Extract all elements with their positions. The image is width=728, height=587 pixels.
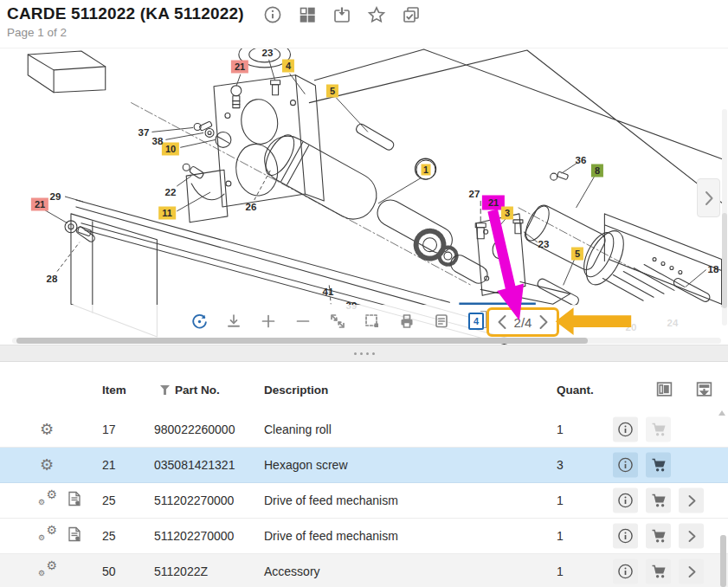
copy-check-button[interactable] (401, 4, 421, 24)
row-info-button[interactable] (613, 524, 638, 549)
table-row[interactable]: ⚙⚙25511202270000Drive of feed mechanism1 (0, 483, 728, 519)
print-button[interactable] (396, 311, 417, 332)
favorite-button[interactable] (366, 4, 386, 24)
add-to-cart-button (646, 417, 671, 442)
notes-icon (433, 313, 450, 330)
apps-grid-icon (298, 5, 317, 24)
add-to-cart-button[interactable] (646, 559, 671, 584)
cell-description: Cleaning roll (264, 423, 332, 436)
info-button[interactable] (262, 4, 282, 24)
add-to-cart-button[interactable] (646, 488, 671, 513)
table-row[interactable]: ⚙⚙505112022ZAccessory1 (0, 554, 728, 587)
page-nav-highlighted: 2/4 (486, 307, 559, 337)
cell-description: Accessory (264, 564, 320, 578)
favorite-star-icon (367, 5, 386, 24)
export-button[interactable] (693, 380, 714, 401)
horizontal-scrollbar-thumb[interactable] (16, 338, 588, 344)
column-part-no[interactable]: Part No. (175, 384, 220, 397)
zoom-in-icon (260, 313, 277, 330)
cell-quant: 1 (557, 493, 564, 507)
row-info-button[interactable] (613, 488, 638, 513)
filter-funnel-icon[interactable] (159, 384, 171, 396)
gear-icon[interactable]: ⚙ (40, 422, 54, 438)
fit-screen-icon (329, 313, 346, 330)
print-icon (398, 313, 416, 330)
add-to-cart-button[interactable] (646, 524, 671, 549)
column-description[interactable]: Description (264, 384, 328, 397)
double-gears-icon[interactable]: ⚙⚙ (40, 526, 57, 546)
cell-item: 25 (102, 493, 116, 507)
rotate-button[interactable] (189, 311, 209, 332)
rotate-icon (190, 313, 209, 331)
scroll-up-arrow-icon[interactable] (718, 410, 725, 416)
document-gear-icon[interactable] (68, 526, 81, 545)
cell-item: 21 (102, 458, 116, 472)
table-row[interactable]: ⚙21035081421321Hexagon screw3 (0, 448, 728, 483)
next-page-button[interactable] (538, 314, 550, 330)
double-gears-icon[interactable]: ⚙⚙ (40, 490, 57, 511)
cell-quant: 1 (557, 423, 564, 436)
copy-check-icon (402, 5, 421, 24)
download-button[interactable] (223, 311, 244, 332)
row-expand-button[interactable] (679, 488, 704, 513)
cell-item: 25 (102, 529, 116, 543)
panel-splitter[interactable] (0, 345, 728, 362)
row-info-button[interactable] (613, 453, 638, 478)
horizontal-scrollbar[interactable] (12, 338, 721, 344)
parts-table: Item Part No. Description Quant. ⚙179800… (0, 362, 728, 587)
header-toolbar (262, 4, 421, 24)
split-view-button[interactable] (654, 380, 674, 401)
cell-description: Drive of feed mechanism (264, 529, 398, 543)
splitter-dot (366, 352, 369, 355)
zoom-out-button[interactable] (293, 311, 313, 332)
table-row[interactable]: ⚙⚙25511202270000Drive of feed mechanism1 (0, 519, 728, 554)
next-diagram-button[interactable] (697, 178, 720, 217)
page-count-button[interactable]: 4 (466, 311, 486, 332)
gear-icon[interactable]: ⚙ (40, 457, 54, 474)
page-title: CARDE 5112022 (KA 5112022) (7, 4, 244, 23)
chevron-right-icon (538, 314, 549, 330)
table-scrollbar-thumb[interactable] (720, 535, 726, 587)
cell-quant: 1 (557, 529, 564, 543)
column-quant[interactable]: Quant. (557, 384, 594, 397)
row-expand-button[interactable] (679, 524, 704, 549)
double-gears-icon[interactable]: ⚙⚙ (40, 561, 57, 582)
row-info-button[interactable] (613, 417, 638, 442)
table-body: ⚙17980022260000Cleaning roll1⚙2103508142… (0, 412, 728, 587)
notes-button[interactable] (431, 311, 452, 332)
table-row[interactable]: ⚙17980022260000Cleaning roll1 (0, 412, 728, 448)
marquee-select-button[interactable] (362, 311, 383, 332)
splitter-dot (372, 352, 375, 355)
marquee-select-icon (364, 313, 381, 330)
row-expand-button[interactable] (679, 559, 704, 584)
import-icon (332, 5, 351, 24)
vertical-scrollbar-thumb[interactable] (722, 213, 727, 308)
cell-part_no: 035081421321 (154, 458, 235, 472)
fit-screen-button[interactable] (327, 311, 348, 332)
splitter-dot (354, 352, 357, 355)
split-view-icon (655, 380, 673, 398)
zoom-out-icon (294, 313, 312, 330)
page-subtitle: Page 1 of 2 (7, 26, 67, 39)
cell-part_no: 511202270000 (154, 493, 234, 507)
import-button[interactable] (332, 4, 351, 24)
header: CARDE 5112022 (KA 5112022) Page 1 of 2 (0, 0, 728, 48)
cell-part_no: 5112022Z (154, 564, 208, 578)
cell-quant: 1 (557, 564, 564, 578)
export-icon (695, 380, 713, 398)
download-icon (225, 313, 242, 330)
zoom-in-button[interactable] (258, 311, 279, 332)
prev-page-button[interactable] (496, 314, 508, 330)
diagram-viewer: 2145101121213852337382229282627362318413… (0, 48, 728, 345)
table-header: Item Part No. Description Quant. (0, 362, 728, 412)
row-info-button[interactable] (613, 559, 638, 584)
document-gear-icon[interactable] (68, 491, 81, 510)
add-to-cart-button[interactable] (646, 453, 671, 478)
chevron-right-icon (704, 190, 714, 207)
column-item[interactable]: Item (102, 384, 126, 397)
cell-item: 17 (102, 423, 116, 436)
apps-grid-button[interactable] (297, 4, 317, 24)
viewer-toolbar: 4 (0, 305, 728, 338)
vertical-scrollbar[interactable] (722, 109, 727, 326)
cell-part_no: 511202270000 (154, 529, 234, 543)
